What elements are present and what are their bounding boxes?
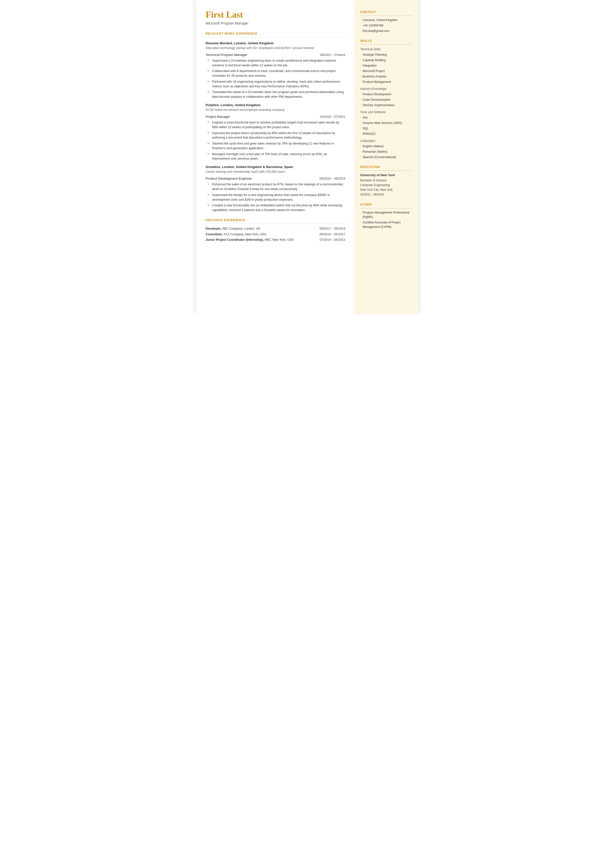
contact-item-1: Liverpool, United Kingdom (360, 18, 412, 22)
skill-2-1: Amazon Web Services (AWS) (360, 121, 412, 125)
company-polyhire: Polyhire, London, United Kingdom NYSE-li… (206, 103, 346, 161)
skill-list-0: Strategic Planning Capacity Building Int… (360, 53, 412, 84)
bullets-1: Supervised a 15-member engineering team … (206, 58, 346, 99)
role-row-3: Product Development Engineer 06/2018 – 0… (206, 176, 346, 181)
skill-cat-3: Languages: (360, 138, 412, 143)
skill-0-2: Integration (360, 63, 412, 68)
contact-heading: CONTACT (360, 10, 412, 16)
edu-details: Bachelor of Science Computer Engineering… (360, 178, 412, 197)
skill-cat-1: Industry Knowledge: (360, 87, 412, 91)
skill-3-1: Romanian (Native) (360, 149, 412, 154)
full-name: First Last (206, 10, 346, 20)
role-title-2: Project Manager (206, 114, 230, 119)
prev-dates-3: 07/2014 – 05/2015 (319, 238, 345, 242)
bullet-2-3: Slashed the cycle time and grew sales re… (208, 141, 346, 151)
company-name-2: Polyhire, London, United Kingdom (206, 103, 346, 108)
bullet-3-1: Enhanced the sales of an electronic prod… (208, 182, 346, 191)
role-dates-2: 10/2019 – 07/2021 (319, 115, 345, 119)
relevant-work-section: RELEVANT WORK EXPERIENCE Resume Worded, … (206, 31, 346, 213)
relevant-work-heading: RELEVANT WORK EXPERIENCE (206, 31, 346, 37)
contact-section: CONTACT Liverpool, United Kingdom +44 12… (360, 10, 412, 33)
other-section: OTHER Program Management Professional (P… (360, 202, 412, 229)
contact-list: Liverpool, United Kingdom +44 123456789 … (360, 18, 412, 33)
skill-cat-2: Tools and Software: (360, 110, 412, 114)
edu-location: New York City, New York (360, 188, 393, 191)
skill-3-0: English (Native) (360, 144, 412, 149)
prev-exp-row-3: Junior Project Coordinator (Internship),… (206, 238, 346, 242)
contact-item-3: first.last@gmail.com (360, 29, 412, 33)
resume-page: First Last Microsoft Program Manager REL… (196, 0, 419, 314)
company-resume-worded: Resume Worded, London, United Kingdom Ed… (206, 41, 346, 99)
skill-1-0: Product Development (360, 92, 412, 96)
skill-cat-0: Technical Skills: (360, 47, 412, 51)
right-column: CONTACT Liverpool, United Kingdom +44 12… (354, 0, 419, 314)
previous-exp-table: Developer, ABC Company, London, UK 06/20… (206, 227, 346, 242)
skill-0-3: Microsoft Project (360, 69, 412, 73)
skill-2-2: SQL (360, 126, 412, 130)
company-rest-2: London, United Kingdom (220, 103, 260, 107)
company-desc-3: Career training and membership SaaS with… (206, 169, 346, 174)
other-item-2: Certified Associate of Project Managemen… (360, 220, 412, 229)
prev-exp-row-1: Developer, ABC Company, London, UK 06/20… (206, 227, 346, 231)
company-name-3: Growthsi, London, United Kingdom & Barce… (206, 165, 346, 169)
role-title-1: Technical Program Manager (206, 53, 248, 57)
skill-1-1: Code Documentation (360, 98, 412, 102)
prev-exp-left-3: Junior Project Coordinator (Internship),… (206, 238, 294, 242)
skill-0-5: Product Management (360, 80, 412, 84)
edu-field: Computer Engineering (360, 183, 390, 187)
skill-2-3: PRINCE2 (360, 132, 412, 136)
other-heading: OTHER (360, 202, 412, 208)
prev-dates-2: 06/2016 – 05/2017 (319, 232, 345, 237)
edu-dates: 10/2011 - 06/2014 (360, 193, 384, 196)
company-rest-3: London, United Kingdom & Barcelona, Spai… (221, 165, 293, 169)
skill-0-4: Business Analysis (360, 74, 412, 79)
other-item-1: Program Management Professional (PgMP). (360, 210, 412, 219)
university-name: University of New York (360, 173, 412, 178)
previous-experience-section: PREVIOUS EXPERIENCE Developer, ABC Compa… (206, 218, 346, 242)
bullet-3-3: Created a new functionality into an embe… (208, 203, 346, 213)
prev-exp-left-1: Developer, ABC Company, London, UK (206, 227, 260, 231)
skill-3-2: Spanish (Conversational) (360, 155, 412, 159)
role-dates-3: 06/2018 – 09/2019 (319, 176, 345, 181)
edu-degree: Bachelor of Science (360, 179, 387, 182)
bullet-1-1: Supervised a 15-member engineering team … (208, 58, 346, 68)
skill-list-1: Product Development Code Documentation D… (360, 92, 412, 107)
bullet-1-3: Partnered with 18 engineering organizati… (208, 79, 346, 89)
prev-exp-left-2: Consultant, XYZ Company, New York, USA (206, 232, 266, 237)
role-row-2: Project Manager 10/2019 – 07/2021 (206, 114, 346, 119)
education-heading: EDUCATION (360, 165, 412, 171)
skill-0-0: Strategic Planning (360, 53, 412, 57)
left-column: First Last Microsoft Program Manager REL… (196, 0, 354, 314)
company-growthsi: Growthsi, London, United Kingdom & Barce… (206, 165, 346, 213)
skill-list-3: English (Native) Romanian (Native) Spani… (360, 144, 412, 159)
bullet-2-4: Managed oversight over a test plan of 75… (208, 152, 346, 161)
header-block: First Last Microsoft Program Manager (206, 10, 346, 26)
prev-exp-row-2: Consultant, XYZ Company, New York, USA 0… (206, 232, 346, 237)
skill-2-0: Jira (360, 115, 412, 120)
bullet-3-2: Supervised the design for a new engineer… (208, 193, 346, 202)
skill-0-1: Capacity Building (360, 58, 412, 62)
prev-dates-1: 06/2017 – 05/2018 (319, 227, 345, 231)
prev-bold-1: Developer, (206, 227, 221, 230)
company-bold-1: Resume Worded, (206, 41, 233, 45)
skill-1-2: DevOps Implementation (360, 103, 412, 107)
prev-bold-2: Consultant, (206, 233, 223, 236)
job-title: Microsoft Program Manager (206, 21, 346, 26)
education-section: EDUCATION University of New York Bachelo… (360, 165, 412, 197)
contact-item-2: +44 123456789 (360, 23, 412, 28)
bullets-3: Enhanced the sales of an electronic prod… (206, 182, 346, 213)
role-title-3: Product Development Engineer (206, 176, 252, 181)
bullet-2-1: Inspired a cross-functional team to achi… (208, 120, 346, 130)
bullet-2-2: Improved the project team's productivity… (208, 131, 346, 140)
company-bold-3: Growthsi, (206, 165, 221, 169)
skills-heading: SKILLS (360, 39, 412, 45)
company-desc-2: NYSE-listed recruitment and employer bra… (206, 108, 346, 112)
role-row-1: Technical Program Manager 08/2021 – Pres… (206, 53, 346, 57)
skills-section: SKILLS Technical Skills: Strategic Plann… (360, 39, 412, 159)
role-dates-1: 08/2021 – Present (320, 53, 345, 57)
previous-experience-heading: PREVIOUS EXPERIENCE (206, 218, 346, 224)
company-rest-1: London, United Kingdom (233, 41, 274, 45)
company-desc-1: Education technology startup with 50+ em… (206, 46, 346, 50)
bullet-1-2: Collaborated with 8 departments to track… (208, 69, 346, 78)
prev-bold-3: Junior Project Coordinator (Internship), (206, 238, 264, 242)
